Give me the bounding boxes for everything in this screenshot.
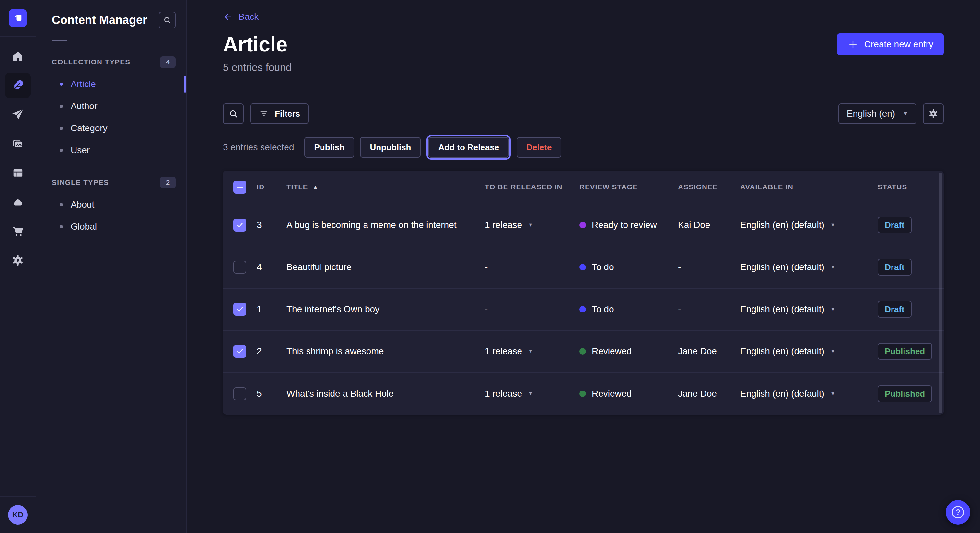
single-types-count-badge: 2 [160, 177, 176, 189]
cell-assignee: - [678, 262, 740, 272]
search-icon [163, 16, 172, 24]
release-label: - [485, 304, 488, 314]
stage-dot-icon [579, 222, 586, 228]
content-manager-nav[interactable] [5, 73, 31, 98]
column-header-review-stage[interactable]: REVIEW STAGE [579, 183, 678, 191]
create-new-entry-label: Create new entry [864, 39, 933, 49]
sidebar-item-author[interactable]: Author [52, 95, 176, 117]
unpublish-button[interactable]: Unpublish [360, 137, 421, 158]
locale-label: English (en) (default) [740, 262, 824, 272]
sidebar-search-button[interactable] [159, 12, 176, 29]
stage-label: To do [592, 304, 614, 314]
cell-to-be-released-in[interactable]: 1 release ▼ [485, 389, 579, 399]
column-header-title[interactable]: TITLE ▲ [286, 183, 485, 191]
chevron-down-icon: ▼ [830, 222, 835, 228]
select-all-checkbox[interactable] [233, 181, 246, 194]
home-nav[interactable] [5, 43, 31, 69]
cell-assignee: Jane Doe [678, 346, 740, 357]
row-checkbox[interactable] [233, 261, 246, 274]
sidebar-item-label: Global [71, 222, 97, 232]
strapi-logo-icon [12, 12, 24, 24]
chevron-down-icon: ▼ [528, 391, 533, 397]
cell-to-be-released-in[interactable]: 1 release ▼ [485, 220, 579, 230]
table-row[interactable]: 4 Beautiful picture - ▼ To do - English … [223, 246, 944, 289]
cloud-nav[interactable] [5, 189, 31, 215]
cloud-icon [11, 195, 24, 209]
sidebar-item-user[interactable]: User [52, 139, 176, 161]
sidebar-item-category[interactable]: Category [52, 117, 176, 139]
sidebar-item-article[interactable]: Article [52, 73, 176, 95]
entries-count-subtitle: 5 entries found [223, 62, 944, 73]
selection-toolbar: 3 entries selected Publish Unpublish Add… [223, 135, 944, 160]
cell-available-in[interactable]: English (en) (default) ▼ [740, 304, 878, 314]
settings-nav[interactable] [5, 247, 31, 273]
chevron-down-icon: ▼ [830, 307, 835, 312]
column-header-to-be-released-in[interactable]: TO BE RELEASED IN [485, 183, 579, 191]
column-header-assignee[interactable]: ASSIGNEE [678, 183, 740, 191]
collection-types-section: COLLECTION TYPES 4 Article Author Catego… [52, 56, 176, 161]
cell-title: The internet's Own boy [286, 304, 485, 314]
sidebar-divider [52, 40, 67, 41]
stage-label: Reviewed [592, 346, 632, 357]
question-mark-icon: ? [952, 506, 964, 519]
add-to-release-button[interactable]: Add to Release [428, 137, 509, 158]
stage-label: Reviewed [592, 389, 632, 399]
sidebar-item-about[interactable]: About [52, 194, 176, 216]
cell-available-in[interactable]: English (en) (default) ▼ [740, 262, 878, 272]
cell-to-be-released-in[interactable]: 1 release ▼ [485, 346, 579, 357]
column-header-status[interactable]: STATUS [878, 183, 944, 191]
table-row[interactable]: 1 The internet's Own boy - ▼ To do - Eng… [223, 289, 944, 331]
help-button[interactable]: ? [946, 500, 970, 525]
stage-dot-icon [579, 390, 586, 397]
cell-assignee: - [678, 304, 740, 314]
strapi-logo[interactable] [9, 9, 27, 27]
single-types-label: SINGLE TYPES [52, 178, 109, 187]
table-body: 3 A bug is becoming a meme on the intern… [223, 204, 944, 415]
bullet-icon [60, 127, 63, 130]
table-header-row: ID TITLE ▲ TO BE RELEASED IN REVIEW STAG… [223, 171, 944, 204]
cell-review-stage: To do [579, 304, 678, 314]
arrow-left-icon [223, 12, 233, 22]
cell-title: A bug is becoming a meme on the internet [286, 220, 485, 230]
filters-button[interactable]: Filters [250, 103, 309, 124]
stage-dot-icon [579, 306, 586, 313]
media-library-nav[interactable] [5, 131, 31, 157]
status-badge: Draft [878, 217, 912, 233]
shopping-cart-icon [11, 225, 24, 238]
sidebar-item-label: Author [71, 101, 97, 111]
row-checkbox[interactable] [233, 219, 246, 232]
chevron-down-icon: ▼ [903, 111, 908, 116]
table-scrollbar[interactable] [939, 173, 942, 413]
table-row[interactable]: 5 What's inside a Black Hole 1 release ▼… [223, 373, 944, 415]
table-row[interactable]: 3 A bug is becoming a meme on the intern… [223, 204, 944, 246]
status-badge: Draft [878, 301, 912, 318]
list-search-button[interactable] [223, 103, 244, 124]
stage-dot-icon [579, 348, 586, 355]
row-checkbox[interactable] [233, 345, 246, 358]
user-avatar[interactable]: KD [8, 505, 27, 525]
row-checkbox[interactable] [233, 303, 246, 316]
add-to-release-focus-ring: Add to Release [426, 135, 511, 160]
deploy-nav[interactable] [5, 102, 31, 128]
column-header-available-in[interactable]: AVAILABLE IN [740, 183, 878, 191]
cell-available-in[interactable]: English (en) (default) ▼ [740, 389, 878, 399]
view-settings-button[interactable] [923, 103, 944, 124]
locale-select[interactable]: English (en) ▼ [838, 103, 916, 124]
cell-available-in[interactable]: English (en) (default) ▼ [740, 220, 878, 230]
delete-button[interactable]: Delete [517, 137, 561, 158]
release-label: 1 release [485, 220, 522, 230]
rail-footer: KD [0, 496, 36, 533]
content-type-builder-nav[interactable] [5, 160, 31, 186]
publish-button[interactable]: Publish [304, 137, 354, 158]
marketplace-nav[interactable] [5, 218, 31, 244]
cell-id: 1 [257, 304, 286, 314]
row-checkbox[interactable] [233, 387, 246, 400]
back-link[interactable]: Back [223, 12, 259, 22]
cell-to-be-released-in[interactable]: - ▼ [485, 304, 579, 314]
table-row[interactable]: 2 This shrimp is awesome 1 release ▼ Rev… [223, 331, 944, 373]
sidebar-item-global[interactable]: Global [52, 216, 176, 238]
cell-available-in[interactable]: English (en) (default) ▼ [740, 346, 878, 357]
cell-to-be-released-in[interactable]: - ▼ [485, 262, 579, 272]
create-new-entry-button[interactable]: Create new entry [837, 33, 944, 56]
column-header-id[interactable]: ID [257, 183, 286, 191]
